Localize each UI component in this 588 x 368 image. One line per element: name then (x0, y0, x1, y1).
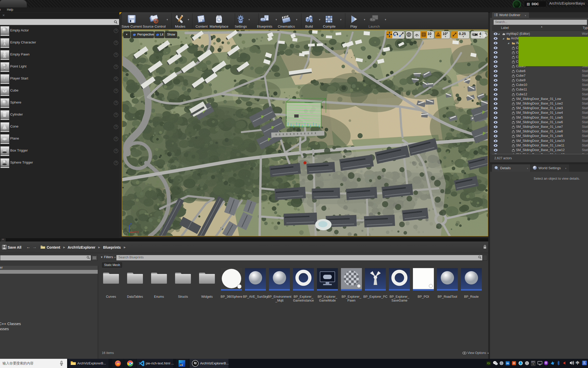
svg-text:WS: WS (180, 364, 183, 366)
svg-text:u: u (218, 18, 220, 21)
svg-text:i: i (496, 166, 496, 169)
